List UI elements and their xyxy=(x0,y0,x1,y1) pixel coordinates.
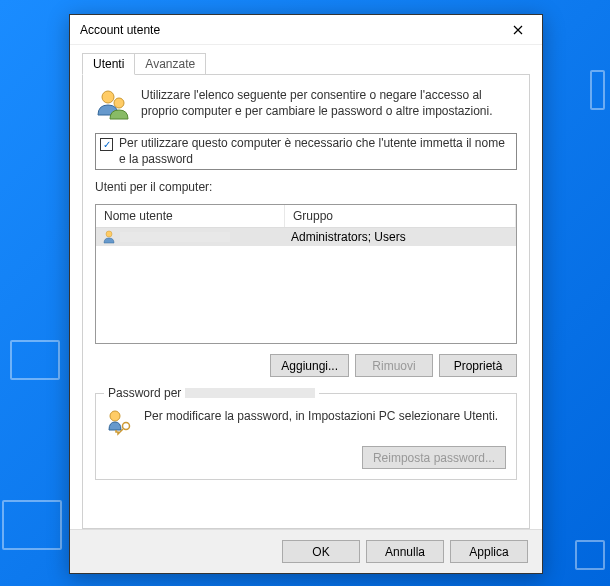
desktop-bg-shape xyxy=(590,70,605,110)
desktop-bg-shape xyxy=(10,340,60,380)
list-header: Nome utente Gruppo xyxy=(96,205,516,228)
cell-group: Administrators; Users xyxy=(285,228,516,246)
svg-point-0 xyxy=(102,91,114,103)
apply-button[interactable]: Applica xyxy=(450,540,528,563)
dialog-footer: OK Annulla Applica xyxy=(70,529,542,573)
column-header-username[interactable]: Nome utente xyxy=(96,205,285,227)
table-row[interactable]: Administrators; Users xyxy=(96,228,516,246)
tab-advanced[interactable]: Avanzate xyxy=(134,53,206,75)
add-button[interactable]: Aggiungi... xyxy=(270,354,349,377)
redacted-username xyxy=(185,388,315,398)
password-button-row: Reimposta password... xyxy=(106,446,506,469)
close-icon xyxy=(513,25,523,35)
desktop-bg-shape xyxy=(575,540,605,570)
column-header-group[interactable]: Gruppo xyxy=(285,205,516,227)
password-group: Password per Per modificare la password,… xyxy=(95,393,517,480)
svg-point-1 xyxy=(114,98,124,108)
user-list-label: Utenti per il computer: xyxy=(95,180,517,194)
tab-users[interactable]: Utenti xyxy=(82,53,135,75)
key-icon xyxy=(106,408,134,436)
checkbox-label: Per utilizzare questo computer è necessa… xyxy=(119,136,512,167)
cell-username xyxy=(96,228,285,246)
cancel-button[interactable]: Annulla xyxy=(366,540,444,563)
svg-point-2 xyxy=(106,231,112,237)
redacted-username xyxy=(120,232,230,242)
user-accounts-dialog: Account utente Utenti Avanzate Utilizzar… xyxy=(69,14,543,574)
password-content: Per modificare la password, in Impostazi… xyxy=(106,408,506,436)
intro-row: Utilizzare l'elenco seguente per consent… xyxy=(95,87,517,123)
ok-button[interactable]: OK xyxy=(282,540,360,563)
list-body: Administrators; Users xyxy=(96,228,516,343)
password-text: Per modificare la password, in Impostazi… xyxy=(144,408,498,424)
reset-password-button[interactable]: Reimposta password... xyxy=(362,446,506,469)
desktop-bg-shape xyxy=(2,500,62,550)
close-button[interactable] xyxy=(502,19,534,41)
tab-strip: Utenti Avanzate xyxy=(82,53,530,75)
tab-panel-users: Utilizzare l'elenco seguente per consent… xyxy=(82,74,530,529)
user-list[interactable]: Nome utente Gruppo Administrators; Users xyxy=(95,204,517,344)
remove-button[interactable]: Rimuovi xyxy=(355,354,433,377)
dialog-content: Utenti Avanzate Utilizzare l'elenco segu… xyxy=(70,45,542,529)
titlebar: Account utente xyxy=(70,15,542,45)
intro-text: Utilizzare l'elenco seguente per consent… xyxy=(141,87,517,119)
password-label-prefix: Password per xyxy=(108,386,181,400)
checkbox-icon: ✓ xyxy=(100,138,113,151)
users-icon xyxy=(95,87,131,123)
user-icon xyxy=(102,230,116,244)
password-group-label: Password per xyxy=(104,386,319,400)
require-password-checkbox-row[interactable]: ✓ Per utilizzare questo computer è neces… xyxy=(95,133,517,170)
window-title: Account utente xyxy=(80,23,160,37)
properties-button[interactable]: Proprietà xyxy=(439,354,517,377)
list-button-row: Aggiungi... Rimuovi Proprietà xyxy=(95,354,517,377)
svg-point-3 xyxy=(110,411,120,421)
svg-point-4 xyxy=(123,423,130,430)
